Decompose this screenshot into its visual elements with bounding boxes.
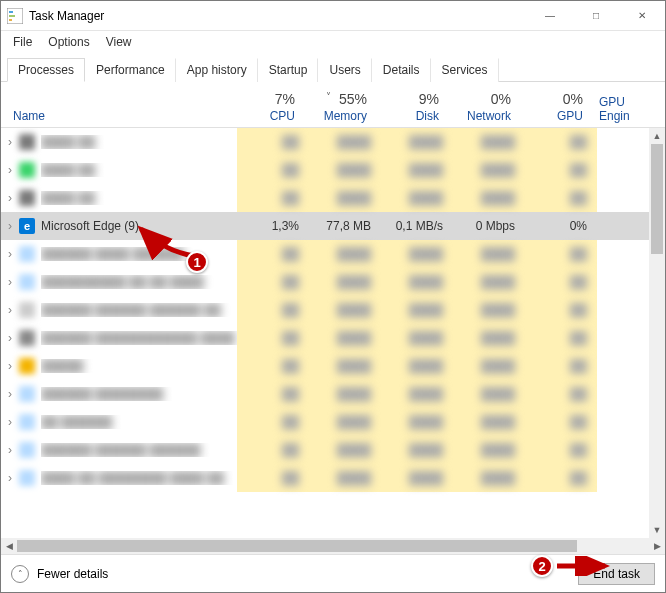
table-row[interactable]: ›██████ ████████████████████████: [1, 380, 649, 408]
table-row[interactable]: ›██████ ████████████ ███████████████████…: [1, 324, 649, 352]
scroll-left-icon[interactable]: ◀: [1, 541, 17, 551]
process-name: ████ ██: [41, 191, 237, 205]
tab-app-history[interactable]: App history: [176, 58, 258, 82]
expand-icon[interactable]: ›: [1, 443, 19, 457]
table-row[interactable]: ›██████ ████ ██████████████████████: [1, 240, 649, 268]
cell-disk: ████: [381, 128, 453, 156]
minimize-button[interactable]: —: [527, 1, 573, 31]
col-cpu[interactable]: 7% CPU: [233, 91, 305, 127]
cell-cpu: 1,3%: [237, 212, 309, 240]
cell-network: ████: [453, 436, 525, 464]
table-row[interactable]: ›████ ██████████████████: [1, 128, 649, 156]
cell-disk: ████: [381, 324, 453, 352]
menu-options[interactable]: Options: [42, 33, 95, 51]
col-name[interactable]: Name: [1, 109, 233, 127]
col-gpu[interactable]: 0% GPU: [521, 91, 593, 127]
tab-processes[interactable]: Processes: [7, 58, 85, 82]
process-name: ██████ ██████ ██████: [41, 443, 237, 457]
cell-network: ████: [453, 296, 525, 324]
process-name: ██ ██████: [41, 415, 237, 429]
scroll-down-icon[interactable]: ▼: [649, 522, 665, 538]
edge-icon: e: [19, 218, 35, 234]
scroll-up-icon[interactable]: ▲: [649, 128, 665, 144]
menu-file[interactable]: File: [7, 33, 38, 51]
cell-cpu: ██: [237, 156, 309, 184]
cell-network: ████: [453, 240, 525, 268]
cell-disk: ████: [381, 380, 453, 408]
col-network[interactable]: 0% Network: [449, 91, 521, 127]
table-row[interactable]: ›██████████ ██ ██ ████████████████████: [1, 268, 649, 296]
tab-details[interactable]: Details: [372, 58, 431, 82]
tab-services[interactable]: Services: [431, 58, 499, 82]
tab-startup[interactable]: Startup: [258, 58, 319, 82]
process-icon: [19, 190, 35, 206]
table-row[interactable]: ›██ ██████████████████████: [1, 408, 649, 436]
cell-gpu: ██: [525, 268, 597, 296]
cell-disk: ████: [381, 436, 453, 464]
cell-cpu: ██: [237, 296, 309, 324]
expand-icon[interactable]: ›: [1, 275, 19, 289]
fewer-details-button[interactable]: ˄ Fewer details: [11, 565, 108, 583]
col-gpu-engine[interactable]: GPU Engin: [593, 95, 649, 127]
titlebar[interactable]: Task Manager — □ ✕: [1, 1, 665, 31]
process-icon: [19, 162, 35, 178]
expand-icon[interactable]: ›: [1, 387, 19, 401]
process-list-wrap: ›████ ██████████████████›████ ██████████…: [1, 128, 665, 538]
cell-gpu: ██: [525, 464, 597, 492]
expand-icon[interactable]: ›: [1, 359, 19, 373]
cell-network: ████: [453, 268, 525, 296]
table-row[interactable]: ›████ ██ ████████ ████ █████████████████…: [1, 464, 649, 492]
cell-network: ████: [453, 184, 525, 212]
expand-icon[interactable]: ›: [1, 331, 19, 345]
cell-cpu: ██: [237, 324, 309, 352]
tab-performance[interactable]: Performance: [85, 58, 176, 82]
table-row[interactable]: ›██████ ██████ ██████████████████████: [1, 436, 649, 464]
expand-icon[interactable]: ›: [1, 415, 19, 429]
expand-icon[interactable]: ›: [1, 191, 19, 205]
svg-rect-3: [9, 19, 12, 21]
tab-users[interactable]: Users: [318, 58, 371, 82]
col-disk[interactable]: 9% Disk: [377, 91, 449, 127]
process-name: ████ ██ ████████ ████ ██: [41, 471, 237, 485]
cell-network: ████: [453, 352, 525, 380]
cell-cpu: ██: [237, 240, 309, 268]
menubar: File Options View: [1, 31, 665, 53]
close-button[interactable]: ✕: [619, 1, 665, 31]
table-row[interactable]: ›████ ██████████████████: [1, 156, 649, 184]
cell-gpu: ██: [525, 156, 597, 184]
cell-gpu: ██: [525, 128, 597, 156]
end-task-button[interactable]: End task: [578, 563, 655, 585]
cell-network: ████: [453, 128, 525, 156]
cell-disk: ████: [381, 352, 453, 380]
cell-disk: ████: [381, 156, 453, 184]
table-row[interactable]: ›████ ██████████████████: [1, 184, 649, 212]
process-name: ██████ ████████████ ████: [41, 331, 237, 345]
process-name: ██████ ██████ ██████ ██: [41, 303, 237, 317]
cell-disk: ████: [381, 408, 453, 436]
menu-view[interactable]: View: [100, 33, 138, 51]
expand-icon[interactable]: ›: [1, 471, 19, 485]
chevron-up-icon: ˄: [11, 565, 29, 583]
col-memory[interactable]: 55% Memory: [305, 91, 377, 127]
expand-icon[interactable]: ›: [1, 247, 19, 261]
horizontal-scrollbar[interactable]: ◀ ▶: [1, 538, 665, 554]
scroll-right-icon[interactable]: ▶: [649, 541, 665, 551]
maximize-button[interactable]: □: [573, 1, 619, 31]
cell-network: ████: [453, 156, 525, 184]
cell-gpu: ██: [525, 380, 597, 408]
vertical-scrollbar[interactable]: ▲ ▼: [649, 128, 665, 538]
table-row[interactable]: ›██████ ██████ ██████ ██████████████████: [1, 296, 649, 324]
cell-disk: ████: [381, 296, 453, 324]
process-name: ██████ ████████: [41, 387, 237, 401]
process-list[interactable]: ›████ ██████████████████›████ ██████████…: [1, 128, 649, 538]
expand-icon[interactable]: ›: [1, 303, 19, 317]
expand-icon[interactable]: ›: [1, 219, 19, 233]
process-name: ██████████ ██ ██ ████: [41, 275, 237, 289]
hscroll-thumb[interactable]: [17, 540, 577, 552]
table-row[interactable]: ›█████████████████████: [1, 352, 649, 380]
table-row-selected[interactable]: ›eMicrosoft Edge (9)1,3%77,8 MB0,1 MB/s0…: [1, 212, 649, 240]
expand-icon[interactable]: ›: [1, 163, 19, 177]
scroll-thumb[interactable]: [651, 144, 663, 254]
expand-icon[interactable]: ›: [1, 135, 19, 149]
process-icon: [19, 470, 35, 486]
